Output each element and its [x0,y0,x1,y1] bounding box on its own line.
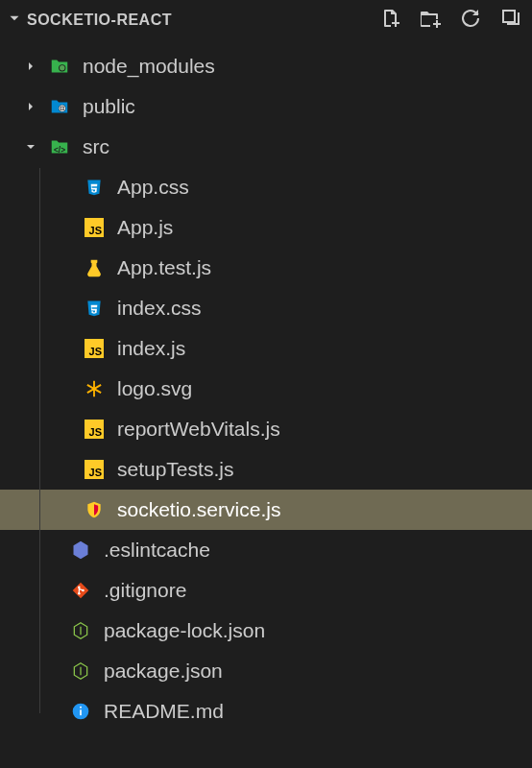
svg-point-9 [79,548,84,553]
info-icon [69,700,92,723]
hex-icon [69,539,92,562]
file-row[interactable]: .eslintcache [0,530,532,570]
new-file-icon[interactable] [378,7,401,34]
item-label: socketio.service.js [117,498,280,521]
project-name: SOCKETIO-REACT [27,12,172,29]
folder-row[interactable]: node_modules [0,46,532,86]
item-label: reportWebVitals.js [117,418,280,441]
js-icon: JS [83,418,106,441]
svg-point-15 [80,707,82,708]
file-row[interactable]: JS setupTests.js [0,449,532,490]
item-label: package.json [104,660,223,683]
svg-point-2 [60,65,65,71]
collapse-all-icon[interactable] [499,7,522,34]
item-label: App.css [117,176,189,199]
folder-row[interactable]: public [0,86,532,127]
node-icon [69,619,92,642]
file-row[interactable]: package-lock.json [0,611,532,651]
file-row[interactable]: package.json [0,651,532,691]
item-label: App.test.js [117,256,211,279]
svg-rect-14 [80,709,82,715]
git-icon [69,579,92,602]
js-icon: JS [83,216,106,239]
item-label: setupTests.js [117,458,233,481]
chevron-down-icon[interactable] [6,10,23,31]
file-row[interactable]: README.md [0,691,532,732]
file-row[interactable]: JS reportWebVitals.js [0,409,532,449]
folder-public-icon [48,95,71,118]
svg-icon [83,377,106,400]
file-row[interactable]: socketio.service.js [0,490,532,530]
item-label: README.md [104,700,224,723]
indent-guide [39,168,40,713]
explorer-header: SOCKETIO-REACT [0,0,532,40]
item-label: public [83,95,135,118]
file-tree: node_modules public </> src App.css JS A… [0,40,532,732]
item-label: index.js [117,337,185,360]
item-label: src [83,135,109,158]
js-icon: JS [83,458,106,481]
item-label: index.css [117,297,202,320]
file-row[interactable]: index.css [0,288,532,328]
file-row[interactable]: .gitignore [0,570,532,611]
item-label: .gitignore [104,579,186,602]
chevron-right-icon[interactable] [21,99,40,114]
item-label: package-lock.json [104,619,265,642]
js-icon: JS [83,337,106,360]
refresh-icon[interactable] [459,7,482,34]
item-label: logo.svg [117,377,192,400]
css-icon [83,297,106,320]
svg-rect-0 [503,11,515,22]
chevron-down-icon[interactable] [21,139,40,155]
folder-row[interactable]: </> src [0,127,532,167]
new-folder-icon[interactable] [419,7,442,34]
item-label: App.js [117,216,173,239]
folder-node-icon [48,55,71,78]
file-row[interactable]: App.test.js [0,248,532,288]
css-icon [83,176,106,199]
file-row[interactable]: JS App.js [0,207,532,248]
item-label: node_modules [83,55,215,78]
shield-icon [83,498,106,521]
file-row[interactable]: logo.svg [0,369,532,409]
file-row[interactable]: JS index.js [0,328,532,369]
chevron-right-icon[interactable] [21,59,40,74]
file-row[interactable]: App.css [0,167,532,207]
test-icon [83,256,106,279]
explorer-panel: SOCKETIO-REACT node_modules public </> [0,0,532,732]
item-label: .eslintcache [104,539,210,562]
svg-text:</>: </> [54,146,65,155]
folder-src-icon: </> [48,135,71,158]
node-icon [69,660,92,683]
